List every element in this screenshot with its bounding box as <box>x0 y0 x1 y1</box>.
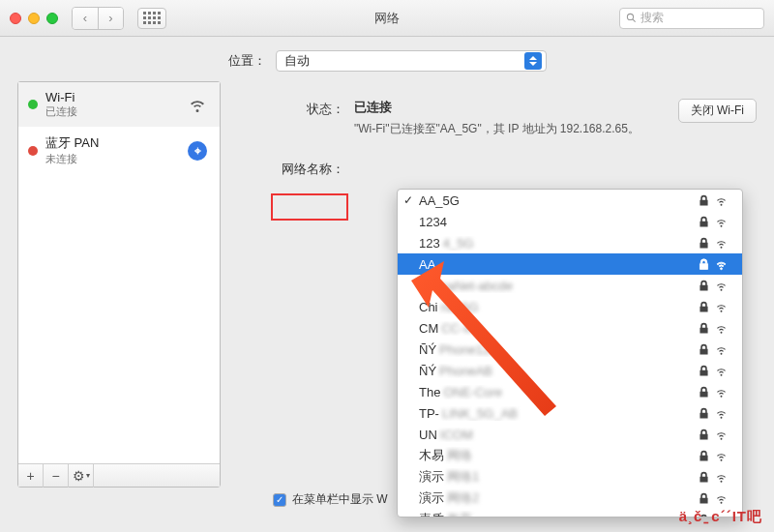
signal-icon <box>715 301 732 313</box>
network-option[interactable]: ✓AA_5G <box>398 190 742 211</box>
network-option[interactable]: ÑÝPhone123 <box>398 339 742 360</box>
wifi-icon <box>188 95 207 114</box>
action-menu-button[interactable]: ⚙▾ <box>69 464 94 488</box>
network-option[interactable]: 演示网络1 <box>398 466 742 488</box>
network-name: 1234_5G <box>419 236 698 251</box>
network-name: AA <box>419 257 698 272</box>
lock-icon <box>698 471 711 484</box>
minimize-icon[interactable] <box>28 13 40 24</box>
network-option[interactable]: TP-LINK_5G_AB <box>398 402 742 424</box>
search-placeholder: 搜索 <box>640 10 664 26</box>
menubar-label: 在菜单栏中显示 W <box>292 491 388 508</box>
network-name: China_5G <box>419 300 698 314</box>
watermark: ä¸čˍc´´IT吧 <box>679 508 762 526</box>
lock-icon <box>698 301 711 313</box>
network-name: TheONE-Core <box>419 385 698 399</box>
signal-icon <box>715 237 732 250</box>
status-dot-icon <box>28 146 38 156</box>
network-name: 1234 <box>419 215 698 229</box>
network-name: UNICOM <box>419 428 698 442</box>
signal-icon <box>715 258 732 271</box>
service-name: Wi-Fi <box>45 90 177 104</box>
network-option[interactable]: 木易网络 <box>398 445 742 466</box>
location-select[interactable]: 自动 <box>276 50 547 72</box>
lock-icon <box>698 492 711 505</box>
status-desc: "Wi-Fi"已连接至"AA_5G"，其 IP 地址为 192.168.2.65… <box>354 120 669 137</box>
network-name: 演示网络2 <box>419 489 698 507</box>
network-option[interactable]: ChinaNet-abcde <box>398 275 742 296</box>
lock-icon <box>698 280 711 292</box>
svg-line-1 <box>633 19 636 22</box>
network-option[interactable]: AA <box>398 253 742 275</box>
network-option[interactable]: 1234_5G <box>398 232 742 253</box>
close-icon[interactable] <box>10 13 21 24</box>
window-title: 网络 <box>374 10 400 27</box>
network-name: ChinaNet-abcde <box>419 279 698 293</box>
nav-buttons: ‹ › <box>72 7 124 30</box>
network-name: 木易网络 <box>419 447 698 464</box>
sidebar-footer: + − ⚙▾ <box>18 463 220 487</box>
lock-icon <box>698 194 711 207</box>
signal-icon <box>715 450 732 462</box>
service-status: 未连接 <box>45 152 177 166</box>
search-input[interactable]: 搜索 <box>619 8 764 29</box>
network-name-label: 网络名称： <box>238 159 354 178</box>
network-name: AA_5G <box>419 193 698 208</box>
check-icon: ✓ <box>403 193 413 207</box>
lock-icon <box>698 450 711 462</box>
forward-button[interactable]: › <box>98 8 123 29</box>
lock-icon <box>698 386 711 399</box>
show-in-menubar-checkbox[interactable]: ✓ 在菜单栏中显示 W <box>273 491 388 508</box>
network-option[interactable]: TheONE-Core <box>398 381 742 402</box>
network-name: 演示网络1 <box>419 468 698 486</box>
network-name: 素质教育 <box>419 511 698 517</box>
status-dot-icon <box>28 100 38 109</box>
network-name: ÑÝPhone123 <box>419 342 698 357</box>
network-option[interactable]: China_5G <box>398 296 742 317</box>
signal-icon <box>715 471 732 484</box>
service-item-蓝牙-pan[interactable]: 蓝牙 PAN未连接⌖ <box>18 127 220 174</box>
show-all-button[interactable] <box>137 8 166 29</box>
add-service-button[interactable]: + <box>18 464 44 488</box>
signal-icon <box>715 216 732 228</box>
network-option[interactable]: 演示网络2 <box>398 488 742 509</box>
network-name: CMCC-xxx <box>419 321 698 336</box>
location-label: 位置： <box>228 52 266 70</box>
network-option[interactable]: ÑÝPhoneAB <box>398 360 742 381</box>
lock-icon <box>698 216 711 228</box>
signal-icon <box>715 322 732 335</box>
zoom-icon[interactable] <box>46 13 58 24</box>
titlebar: ‹ › 网络 搜索 <box>0 0 774 37</box>
bluetooth-icon: ⌖ <box>188 141 207 161</box>
status-value: 已连接 <box>354 99 669 116</box>
services-sidebar: Wi-Fi已连接蓝牙 PAN未连接⌖ + − ⚙▾ <box>17 81 221 488</box>
network-option[interactable]: UNICOM <box>398 424 742 445</box>
lock-icon <box>698 407 711 420</box>
window-controls <box>10 13 58 24</box>
lock-icon <box>698 343 711 356</box>
network-dropdown[interactable]: ✓AA_5G12341234_5GAAChinaNet-abcdeChina_5… <box>397 189 743 517</box>
network-option[interactable]: 1234 <box>398 211 742 232</box>
service-status: 已连接 <box>45 104 177 119</box>
lock-icon <box>698 365 711 377</box>
service-item-wi-fi[interactable]: Wi-Fi已连接 <box>18 82 220 127</box>
lock-icon <box>698 429 711 441</box>
network-name: ÑÝPhoneAB <box>419 364 698 378</box>
lock-icon <box>698 237 711 250</box>
signal-icon <box>715 429 732 441</box>
lock-icon <box>698 258 711 271</box>
checkbox-icon: ✓ <box>273 493 286 507</box>
svg-point-0 <box>627 14 633 19</box>
turn-off-wifi-button[interactable]: 关闭 Wi-Fi <box>678 99 757 123</box>
status-label: 状态： <box>238 99 354 137</box>
dropdown-arrows-icon <box>524 52 542 70</box>
grid-icon <box>143 12 161 24</box>
search-icon <box>626 13 637 23</box>
location-row: 位置： 自动 <box>0 37 774 81</box>
signal-icon <box>715 492 732 505</box>
network-option[interactable]: CMCC-xxx <box>398 317 742 339</box>
remove-service-button[interactable]: − <box>44 464 69 488</box>
signal-icon <box>715 407 732 420</box>
signal-icon <box>715 343 732 356</box>
back-button[interactable]: ‹ <box>73 8 98 29</box>
